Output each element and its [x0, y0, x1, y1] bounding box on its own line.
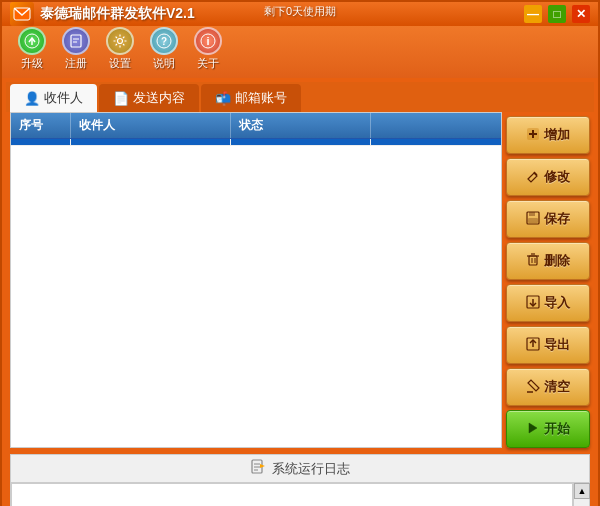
upgrade-label: 升级: [21, 56, 43, 71]
help-icon: ?: [150, 27, 178, 55]
content-tab-icon: 📄: [113, 91, 129, 106]
delete-icon: [526, 253, 540, 270]
log-content[interactable]: [11, 483, 573, 506]
delete-label: 删除: [544, 252, 570, 270]
save-icon: [526, 211, 540, 228]
start-icon: [526, 421, 540, 438]
log-header-icon: [250, 459, 266, 478]
upgrade-icon: [18, 27, 46, 55]
import-button[interactable]: 导入: [506, 284, 590, 322]
content-tab-label: 发送内容: [133, 89, 185, 107]
left-panel: 序号 收件人 状态: [6, 112, 506, 452]
tab-content[interactable]: 📄 发送内容: [99, 84, 199, 112]
edit-label: 修改: [544, 168, 570, 186]
add-button[interactable]: 增加: [506, 116, 590, 154]
delete-button[interactable]: 删除: [506, 242, 590, 280]
register-icon: [62, 27, 90, 55]
save-label: 保存: [544, 210, 570, 228]
about-label: 关于: [197, 56, 219, 71]
data-table: 序号 收件人 状态: [10, 112, 502, 448]
work-area: 序号 收件人 状态: [6, 112, 594, 452]
settings-icon: [106, 27, 134, 55]
import-label: 导入: [544, 294, 570, 312]
register-label: 注册: [65, 56, 87, 71]
cell-status: [231, 139, 371, 145]
app-window: 泰德瑞邮件群发软件V2.1 剩下0天使用期 — □ ✕ 升级: [0, 0, 600, 506]
table-header: 序号 收件人 状态: [11, 113, 501, 139]
clear-label: 清空: [544, 378, 570, 396]
cell-seq: [11, 139, 71, 145]
log-scrollbar[interactable]: ▲ ▼: [573, 483, 589, 506]
start-button[interactable]: 开始: [506, 410, 590, 448]
add-label: 增加: [544, 126, 570, 144]
svg-line-14: [534, 172, 537, 175]
svg-point-6: [118, 39, 123, 44]
toolbar-upgrade[interactable]: 升级: [12, 24, 52, 74]
table-row[interactable]: [11, 139, 501, 146]
toolbar: 升级 注册 设置: [2, 26, 598, 78]
help-label: 说明: [153, 56, 175, 71]
title-bar: 泰德瑞邮件群发软件V2.1 剩下0天使用期 — □ ✕: [2, 2, 598, 26]
minimize-button[interactable]: —: [524, 5, 542, 23]
log-header: 系统运行日志: [10, 454, 590, 482]
svg-rect-16: [529, 212, 535, 216]
start-label: 开始: [544, 420, 570, 438]
tab-mailbox[interactable]: 📬 邮箱账号: [201, 84, 301, 112]
save-button[interactable]: 保存: [506, 200, 590, 238]
recipient-tab-icon: 👤: [24, 91, 40, 106]
export-button[interactable]: 导出: [506, 326, 590, 364]
main-content: 👤 收件人 📄 发送内容 📬 邮箱账号 序号 收件人: [2, 78, 598, 506]
app-title: 泰德瑞邮件群发软件V2.1: [40, 5, 195, 23]
svg-rect-3: [71, 35, 81, 47]
log-area: 系统运行日志 ▲ ▼: [6, 452, 594, 506]
edit-button[interactable]: 修改: [506, 158, 590, 196]
edit-icon: [526, 169, 540, 186]
toolbar-settings[interactable]: 设置: [100, 24, 140, 74]
export-label: 导出: [544, 336, 570, 354]
table-body[interactable]: [11, 139, 501, 447]
svg-text:i: i: [206, 35, 209, 47]
svg-rect-17: [528, 218, 538, 223]
trial-text: 剩下0天使用期: [264, 4, 336, 19]
toolbar-register[interactable]: 注册: [56, 24, 96, 74]
svg-rect-18: [529, 256, 537, 265]
toolbar-help[interactable]: ? 说明: [144, 24, 184, 74]
scroll-up[interactable]: ▲: [574, 483, 590, 499]
log-header-label: 系统运行日志: [272, 460, 350, 478]
cell-recipient: [71, 139, 231, 145]
col-header-status: 状态: [231, 113, 371, 138]
add-icon: [526, 127, 540, 144]
tab-bar: 👤 收件人 📄 发送内容 📬 邮箱账号: [6, 82, 594, 112]
import-icon: [526, 295, 540, 312]
close-button[interactable]: ✕: [572, 5, 590, 23]
col-header-recipient: 收件人: [71, 113, 231, 138]
recipient-tab-label: 收件人: [44, 89, 83, 107]
app-icon: [10, 2, 34, 26]
mailbox-tab-icon: 📬: [215, 91, 231, 106]
tab-recipients[interactable]: 👤 收件人: [10, 84, 97, 112]
col-header-seq: 序号: [11, 113, 71, 138]
right-sidebar: 增加 修改: [506, 112, 594, 452]
toolbar-about[interactable]: i 关于: [188, 24, 228, 74]
svg-marker-28: [529, 423, 537, 433]
about-icon: i: [194, 27, 222, 55]
export-icon: [526, 337, 540, 354]
clear-icon: [526, 379, 540, 396]
mailbox-tab-label: 邮箱账号: [235, 89, 287, 107]
clear-button[interactable]: 清空: [506, 368, 590, 406]
svg-text:?: ?: [161, 36, 167, 47]
settings-label: 设置: [109, 56, 131, 71]
maximize-button[interactable]: □: [548, 5, 566, 23]
